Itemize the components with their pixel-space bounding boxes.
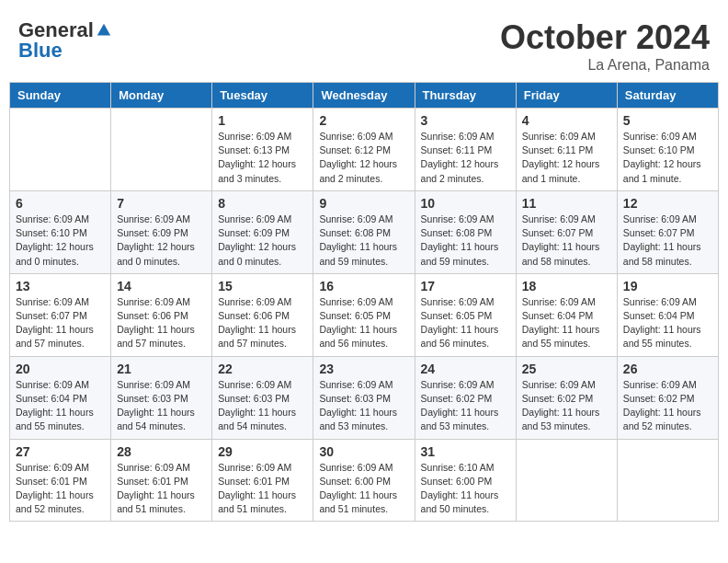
day-number: 3 — [421, 113, 510, 128]
col-header-wednesday: Wednesday — [313, 83, 415, 109]
calendar-cell: 30Sunrise: 6:09 AM Sunset: 6:00 PM Dayli… — [313, 439, 415, 522]
day-info: Sunrise: 6:09 AM Sunset: 6:09 PM Dayligh… — [218, 213, 307, 269]
calendar-table: SundayMondayTuesdayWednesdayThursdayFrid… — [9, 82, 719, 522]
day-info: Sunrise: 6:09 AM Sunset: 6:09 PM Dayligh… — [117, 213, 206, 269]
calendar-cell: 19Sunrise: 6:09 AM Sunset: 6:04 PM Dayli… — [617, 273, 718, 356]
day-number: 31 — [421, 444, 510, 459]
day-number: 23 — [319, 362, 408, 376]
day-number: 5 — [623, 113, 712, 128]
col-header-sunday: Sunday — [10, 83, 111, 109]
day-info: Sunrise: 6:09 AM Sunset: 6:02 PM Dayligh… — [421, 378, 510, 434]
day-info: Sunrise: 6:10 AM Sunset: 6:00 PM Dayligh… — [421, 461, 510, 517]
calendar-cell: 2Sunrise: 6:09 AM Sunset: 6:12 PM Daylig… — [313, 109, 415, 191]
day-number: 11 — [522, 196, 611, 211]
day-number: 2 — [319, 113, 408, 128]
day-number: 8 — [218, 196, 307, 211]
day-number: 27 — [16, 444, 105, 459]
day-info: Sunrise: 6:09 AM Sunset: 6:07 PM Dayligh… — [522, 213, 611, 269]
day-number: 19 — [623, 279, 712, 293]
day-number: 28 — [117, 444, 206, 459]
calendar-cell: 25Sunrise: 6:09 AM Sunset: 6:02 PM Dayli… — [516, 356, 617, 439]
day-number: 17 — [421, 279, 510, 293]
day-info: Sunrise: 6:09 AM Sunset: 6:06 PM Dayligh… — [218, 295, 307, 351]
calendar-cell — [617, 439, 718, 522]
calendar-cell: 31Sunrise: 6:10 AM Sunset: 6:00 PM Dayli… — [415, 439, 516, 522]
day-number: 20 — [16, 362, 105, 376]
calendar-cell: 22Sunrise: 6:09 AM Sunset: 6:03 PM Dayli… — [212, 356, 313, 439]
day-number: 13 — [16, 279, 105, 293]
location-subtitle: La Arena, Panama — [500, 57, 710, 74]
day-number: 25 — [522, 362, 611, 376]
calendar-cell: 23Sunrise: 6:09 AM Sunset: 6:03 PM Dayli… — [313, 356, 415, 439]
page-header: General Blue October 2024 La Arena, Pana… — [9, 9, 719, 78]
day-number: 4 — [522, 113, 611, 128]
day-number: 9 — [319, 196, 408, 211]
calendar-cell: 24Sunrise: 6:09 AM Sunset: 6:02 PM Dayli… — [415, 356, 516, 439]
day-info: Sunrise: 6:09 AM Sunset: 6:04 PM Dayligh… — [522, 295, 611, 351]
day-info: Sunrise: 6:09 AM Sunset: 6:04 PM Dayligh… — [16, 378, 105, 434]
day-info: Sunrise: 6:09 AM Sunset: 6:11 PM Dayligh… — [522, 130, 611, 186]
day-number: 15 — [218, 279, 307, 293]
calendar-cell: 4Sunrise: 6:09 AM Sunset: 6:11 PM Daylig… — [516, 109, 617, 191]
day-info: Sunrise: 6:09 AM Sunset: 6:00 PM Dayligh… — [319, 461, 408, 517]
day-number: 14 — [117, 279, 206, 293]
day-info: Sunrise: 6:09 AM Sunset: 6:03 PM Dayligh… — [218, 378, 307, 434]
calendar-cell: 13Sunrise: 6:09 AM Sunset: 6:07 PM Dayli… — [10, 273, 111, 356]
day-info: Sunrise: 6:09 AM Sunset: 6:08 PM Dayligh… — [319, 213, 408, 269]
day-info: Sunrise: 6:09 AM Sunset: 6:12 PM Dayligh… — [319, 130, 408, 186]
day-number: 24 — [421, 362, 510, 376]
week-row-2: 6Sunrise: 6:09 AM Sunset: 6:10 PM Daylig… — [10, 190, 719, 273]
day-number: 26 — [623, 362, 712, 376]
col-header-thursday: Thursday — [415, 83, 516, 109]
calendar-header-row: SundayMondayTuesdayWednesdayThursdayFrid… — [10, 83, 719, 109]
calendar-cell: 5Sunrise: 6:09 AM Sunset: 6:10 PM Daylig… — [617, 109, 718, 191]
day-number: 1 — [218, 113, 307, 128]
col-header-saturday: Saturday — [617, 83, 718, 109]
day-info: Sunrise: 6:09 AM Sunset: 6:07 PM Dayligh… — [16, 295, 105, 351]
day-info: Sunrise: 6:09 AM Sunset: 6:02 PM Dayligh… — [623, 378, 712, 434]
logo-icon — [96, 22, 112, 39]
day-info: Sunrise: 6:09 AM Sunset: 6:01 PM Dayligh… — [218, 461, 307, 517]
calendar-cell: 27Sunrise: 6:09 AM Sunset: 6:01 PM Dayli… — [10, 439, 111, 522]
day-info: Sunrise: 6:09 AM Sunset: 6:10 PM Dayligh… — [16, 213, 105, 269]
week-row-1: 1Sunrise: 6:09 AM Sunset: 6:13 PM Daylig… — [10, 109, 719, 191]
calendar-cell: 18Sunrise: 6:09 AM Sunset: 6:04 PM Dayli… — [516, 273, 617, 356]
calendar-cell: 29Sunrise: 6:09 AM Sunset: 6:01 PM Dayli… — [212, 439, 313, 522]
day-info: Sunrise: 6:09 AM Sunset: 6:05 PM Dayligh… — [421, 295, 510, 351]
day-info: Sunrise: 6:09 AM Sunset: 6:08 PM Dayligh… — [421, 213, 510, 269]
day-number: 16 — [319, 279, 408, 293]
logo-blue-text: Blue — [18, 39, 63, 63]
day-info: Sunrise: 6:09 AM Sunset: 6:03 PM Dayligh… — [117, 378, 206, 434]
day-number: 6 — [16, 196, 105, 211]
day-info: Sunrise: 6:09 AM Sunset: 6:05 PM Dayligh… — [319, 295, 408, 351]
calendar-cell: 15Sunrise: 6:09 AM Sunset: 6:06 PM Dayli… — [212, 273, 313, 356]
day-info: Sunrise: 6:09 AM Sunset: 6:01 PM Dayligh… — [117, 461, 206, 517]
calendar-cell: 7Sunrise: 6:09 AM Sunset: 6:09 PM Daylig… — [111, 190, 212, 273]
col-header-monday: Monday — [111, 83, 212, 109]
day-number: 12 — [623, 196, 712, 211]
calendar-cell — [10, 109, 111, 191]
calendar-cell: 26Sunrise: 6:09 AM Sunset: 6:02 PM Dayli… — [617, 356, 718, 439]
calendar-cell: 11Sunrise: 6:09 AM Sunset: 6:07 PM Dayli… — [516, 190, 617, 273]
month-title: October 2024 — [500, 18, 710, 57]
day-info: Sunrise: 6:09 AM Sunset: 6:03 PM Dayligh… — [319, 378, 408, 434]
day-info: Sunrise: 6:09 AM Sunset: 6:13 PM Dayligh… — [218, 130, 307, 186]
day-info: Sunrise: 6:09 AM Sunset: 6:04 PM Dayligh… — [623, 295, 712, 351]
calendar-cell — [111, 109, 212, 191]
calendar-cell: 12Sunrise: 6:09 AM Sunset: 6:07 PM Dayli… — [617, 190, 718, 273]
calendar-cell: 21Sunrise: 6:09 AM Sunset: 6:03 PM Dayli… — [111, 356, 212, 439]
col-header-friday: Friday — [516, 83, 617, 109]
day-number: 29 — [218, 444, 307, 459]
calendar-cell: 20Sunrise: 6:09 AM Sunset: 6:04 PM Dayli… — [10, 356, 111, 439]
calendar-cell: 9Sunrise: 6:09 AM Sunset: 6:08 PM Daylig… — [313, 190, 415, 273]
day-info: Sunrise: 6:09 AM Sunset: 6:01 PM Dayligh… — [16, 461, 105, 517]
calendar-cell: 28Sunrise: 6:09 AM Sunset: 6:01 PM Dayli… — [111, 439, 212, 522]
day-info: Sunrise: 6:09 AM Sunset: 6:11 PM Dayligh… — [421, 130, 510, 186]
calendar-cell: 8Sunrise: 6:09 AM Sunset: 6:09 PM Daylig… — [212, 190, 313, 273]
calendar-body: 1Sunrise: 6:09 AM Sunset: 6:13 PM Daylig… — [10, 109, 719, 522]
day-number: 21 — [117, 362, 206, 376]
week-row-5: 27Sunrise: 6:09 AM Sunset: 6:01 PM Dayli… — [10, 439, 719, 522]
calendar-cell: 1Sunrise: 6:09 AM Sunset: 6:13 PM Daylig… — [212, 109, 313, 191]
day-number: 30 — [319, 444, 408, 459]
calendar-cell: 6Sunrise: 6:09 AM Sunset: 6:10 PM Daylig… — [10, 190, 111, 273]
